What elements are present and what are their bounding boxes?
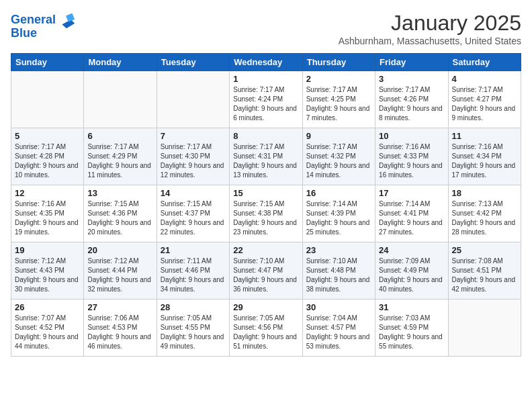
calendar-day-cell: 19Sunrise: 7:12 AM Sunset: 4:43 PM Dayli…	[11, 242, 84, 300]
day-info: Sunrise: 7:05 AM Sunset: 4:55 PM Dayligh…	[161, 314, 226, 351]
calendar-day-cell: 1Sunrise: 7:17 AM Sunset: 4:24 PM Daylig…	[230, 71, 302, 128]
day-number: 9	[306, 131, 371, 141]
calendar-day-cell: 7Sunrise: 7:17 AM Sunset: 4:30 PM Daylig…	[157, 128, 229, 185]
calendar-day-cell: 10Sunrise: 7:16 AM Sunset: 4:33 PM Dayli…	[375, 128, 448, 185]
day-number: 8	[233, 131, 298, 141]
calendar-day-cell: 12Sunrise: 7:16 AM Sunset: 4:35 PM Dayli…	[11, 185, 84, 242]
calendar-day-cell: 26Sunrise: 7:07 AM Sunset: 4:52 PM Dayli…	[11, 300, 84, 357]
day-info: Sunrise: 7:17 AM Sunset: 4:32 PM Dayligh…	[306, 142, 371, 180]
day-number: 21	[161, 245, 226, 255]
day-info: Sunrise: 7:17 AM Sunset: 4:28 PM Dayligh…	[15, 142, 80, 180]
day-info: Sunrise: 7:12 AM Sunset: 4:44 PM Dayligh…	[87, 257, 152, 294]
day-info: Sunrise: 7:17 AM Sunset: 4:25 PM Dayligh…	[306, 85, 371, 123]
logo-text: General	[11, 13, 56, 27]
calendar-day-cell: 13Sunrise: 7:15 AM Sunset: 4:36 PM Dayli…	[84, 185, 157, 242]
day-number: 11	[452, 131, 517, 141]
day-number: 6	[87, 131, 152, 141]
calendar-day-cell: 20Sunrise: 7:12 AM Sunset: 4:44 PM Dayli…	[84, 242, 157, 300]
day-number: 15	[233, 188, 298, 198]
day-number: 4	[452, 74, 517, 84]
weekday-header-friday: Friday	[375, 54, 448, 71]
day-number: 26	[15, 302, 80, 312]
weekday-header-tuesday: Tuesday	[157, 54, 229, 71]
calendar-week-row: 5Sunrise: 7:17 AM Sunset: 4:28 PM Daylig…	[11, 128, 521, 185]
day-info: Sunrise: 7:09 AM Sunset: 4:49 PM Dayligh…	[379, 257, 444, 294]
day-info: Sunrise: 7:13 AM Sunset: 4:42 PM Dayligh…	[452, 199, 517, 237]
calendar-day-cell: 9Sunrise: 7:17 AM Sunset: 4:32 PM Daylig…	[302, 128, 375, 185]
day-info: Sunrise: 7:06 AM Sunset: 4:53 PM Dayligh…	[87, 314, 152, 351]
day-info: Sunrise: 7:04 AM Sunset: 4:57 PM Dayligh…	[306, 314, 371, 351]
day-info: Sunrise: 7:14 AM Sunset: 4:39 PM Dayligh…	[306, 199, 371, 237]
day-info: Sunrise: 7:14 AM Sunset: 4:41 PM Dayligh…	[379, 199, 444, 237]
day-number: 13	[87, 188, 152, 198]
day-number: 24	[379, 245, 444, 255]
day-number: 10	[379, 131, 444, 141]
calendar-day-cell	[157, 71, 229, 128]
weekday-header-saturday: Saturday	[448, 54, 521, 71]
calendar-day-cell: 18Sunrise: 7:13 AM Sunset: 4:42 PM Dayli…	[448, 185, 521, 242]
calendar-day-cell: 17Sunrise: 7:14 AM Sunset: 4:41 PM Dayli…	[375, 185, 448, 242]
day-number: 12	[15, 188, 80, 198]
day-number: 2	[306, 74, 371, 84]
day-info: Sunrise: 7:08 AM Sunset: 4:51 PM Dayligh…	[452, 257, 517, 294]
day-number: 1	[233, 74, 298, 84]
calendar-day-cell: 25Sunrise: 7:08 AM Sunset: 4:51 PM Dayli…	[448, 242, 521, 300]
day-info: Sunrise: 7:16 AM Sunset: 4:33 PM Dayligh…	[379, 142, 444, 180]
calendar-day-cell: 28Sunrise: 7:05 AM Sunset: 4:55 PM Dayli…	[157, 300, 229, 357]
day-info: Sunrise: 7:17 AM Sunset: 4:27 PM Dayligh…	[452, 85, 517, 123]
weekday-header-wednesday: Wednesday	[230, 54, 302, 71]
location-title: Ashburnham, Massachusetts, United States	[339, 36, 521, 46]
day-info: Sunrise: 7:17 AM Sunset: 4:30 PM Dayligh…	[161, 142, 226, 180]
calendar-day-cell	[448, 300, 521, 357]
calendar-day-cell: 11Sunrise: 7:16 AM Sunset: 4:34 PM Dayli…	[448, 128, 521, 185]
day-info: Sunrise: 7:16 AM Sunset: 4:34 PM Dayligh…	[452, 142, 517, 180]
calendar-day-cell: 8Sunrise: 7:17 AM Sunset: 4:31 PM Daylig…	[230, 128, 302, 185]
day-info: Sunrise: 7:17 AM Sunset: 4:31 PM Dayligh…	[233, 142, 298, 180]
day-info: Sunrise: 7:07 AM Sunset: 4:52 PM Dayligh…	[15, 314, 80, 351]
calendar-day-cell: 21Sunrise: 7:11 AM Sunset: 4:46 PM Dayli…	[157, 242, 229, 300]
title-block: January 2025 Ashburnham, Massachusetts, …	[339, 11, 521, 46]
calendar-day-cell	[11, 71, 84, 128]
calendar-day-cell: 3Sunrise: 7:17 AM Sunset: 4:26 PM Daylig…	[375, 71, 448, 128]
weekday-header-monday: Monday	[84, 54, 157, 71]
day-info: Sunrise: 7:11 AM Sunset: 4:46 PM Dayligh…	[161, 257, 226, 294]
calendar-day-cell: 5Sunrise: 7:17 AM Sunset: 4:28 PM Daylig…	[11, 128, 84, 185]
calendar-table: SundayMondayTuesdayWednesdayThursdayFrid…	[11, 53, 521, 357]
logo-icon	[57, 11, 76, 30]
day-number: 17	[379, 188, 444, 198]
calendar-week-row: 1Sunrise: 7:17 AM Sunset: 4:24 PM Daylig…	[11, 71, 521, 128]
page-header: General Blue January 2025 Ashburnham, Ma…	[11, 11, 521, 46]
day-info: Sunrise: 7:10 AM Sunset: 4:47 PM Dayligh…	[233, 257, 298, 294]
day-number: 3	[379, 74, 444, 84]
day-info: Sunrise: 7:16 AM Sunset: 4:35 PM Dayligh…	[15, 199, 80, 237]
calendar-day-cell: 31Sunrise: 7:03 AM Sunset: 4:59 PM Dayli…	[375, 300, 448, 357]
weekday-header-row: SundayMondayTuesdayWednesdayThursdayFrid…	[11, 54, 521, 71]
calendar-week-row: 12Sunrise: 7:16 AM Sunset: 4:35 PM Dayli…	[11, 185, 521, 242]
calendar-day-cell: 27Sunrise: 7:06 AM Sunset: 4:53 PM Dayli…	[84, 300, 157, 357]
day-number: 28	[161, 302, 226, 312]
day-number: 5	[15, 131, 80, 141]
day-info: Sunrise: 7:17 AM Sunset: 4:29 PM Dayligh…	[87, 142, 152, 180]
day-number: 30	[306, 302, 371, 312]
day-number: 25	[452, 245, 517, 255]
day-number: 23	[306, 245, 371, 255]
day-number: 31	[379, 302, 444, 312]
day-number: 7	[161, 131, 226, 141]
day-info: Sunrise: 7:17 AM Sunset: 4:26 PM Dayligh…	[379, 85, 444, 123]
calendar-day-cell: 24Sunrise: 7:09 AM Sunset: 4:49 PM Dayli…	[375, 242, 448, 300]
weekday-header-sunday: Sunday	[11, 54, 84, 71]
day-number: 22	[233, 245, 298, 255]
day-number: 14	[161, 188, 226, 198]
calendar-day-cell: 16Sunrise: 7:14 AM Sunset: 4:39 PM Dayli…	[302, 185, 375, 242]
logo-blue-text: Blue	[11, 27, 37, 40]
day-number: 27	[87, 302, 152, 312]
day-number: 16	[306, 188, 371, 198]
day-info: Sunrise: 7:10 AM Sunset: 4:48 PM Dayligh…	[306, 257, 371, 294]
calendar-week-row: 19Sunrise: 7:12 AM Sunset: 4:43 PM Dayli…	[11, 242, 521, 300]
calendar-day-cell: 30Sunrise: 7:04 AM Sunset: 4:57 PM Dayli…	[302, 300, 375, 357]
calendar-day-cell: 6Sunrise: 7:17 AM Sunset: 4:29 PM Daylig…	[84, 128, 157, 185]
day-info: Sunrise: 7:15 AM Sunset: 4:36 PM Dayligh…	[87, 199, 152, 237]
day-number: 20	[87, 245, 152, 255]
calendar-day-cell: 29Sunrise: 7:05 AM Sunset: 4:56 PM Dayli…	[230, 300, 302, 357]
calendar-day-cell: 15Sunrise: 7:15 AM Sunset: 4:38 PM Dayli…	[230, 185, 302, 242]
